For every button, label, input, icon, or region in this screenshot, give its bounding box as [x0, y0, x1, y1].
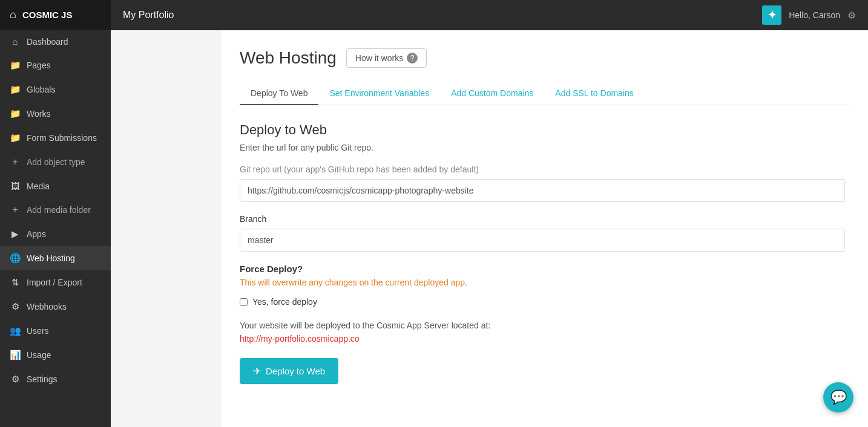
chat-icon: 💬	[830, 390, 847, 405]
deploy-icon: ✈	[253, 365, 261, 377]
webhook-icon: ⚙	[10, 301, 21, 312]
sidebar-item-globals[interactable]: 📁 Globals	[0, 77, 111, 102]
globe-icon: 🌐	[10, 253, 21, 264]
plus-icon: +	[10, 157, 21, 168]
sidebar-item-webhooks[interactable]: ⚙ Webhooks	[0, 295, 111, 319]
force-deploy-section: Force Deploy? This will overwrite any ch…	[240, 264, 850, 287]
tab-add-ssl[interactable]: Add SSL to Domains	[544, 82, 644, 105]
sidebar-header[interactable]: ⌂ COSMIC JS	[0, 0, 111, 30]
topbar-right: ✦ Hello, Carson ⚙	[762, 5, 856, 25]
question-icon: ?	[407, 53, 418, 64]
branch-input[interactable]	[240, 229, 845, 252]
sidebar-item-dashboard[interactable]: ⌂ Dashboard	[0, 30, 111, 53]
how-it-works-button[interactable]: How it works ?	[346, 48, 427, 68]
sidebar-label: Dashboard	[27, 37, 68, 47]
folder-icon: 📁	[10, 60, 21, 71]
dashboard-icon: ⌂	[10, 36, 21, 47]
force-deploy-checkbox[interactable]	[240, 298, 248, 306]
tab-deploy-to-web[interactable]: Deploy To Web	[240, 82, 318, 105]
tab-set-env-vars[interactable]: Set Environment Variables	[318, 82, 440, 105]
sidebar-label: Pages	[27, 60, 51, 70]
sidebar-item-add-object-type[interactable]: + Add object type	[0, 150, 111, 174]
sidebar-label: Works	[27, 109, 50, 119]
sidebar-item-web-hosting[interactable]: 🌐 Web Hosting	[0, 246, 111, 270]
plus-icon: +	[10, 204, 21, 215]
deploy-section: Deploy to Web Enter the url for any publ…	[240, 122, 850, 384]
branch-label: Branch	[240, 214, 850, 224]
force-deploy-checkbox-row: Yes, force deploy	[240, 297, 850, 307]
main-content: Web Hosting How it works ? Deploy To Web…	[222, 30, 868, 427]
sidebar-label: Webhooks	[27, 302, 67, 311]
tabs: Deploy To Web Set Environment Variables …	[240, 82, 850, 105]
page-title-row: Web Hosting How it works ?	[240, 48, 850, 68]
page-title: Web Hosting	[240, 48, 337, 68]
sidebar-label: Web Hosting	[27, 253, 75, 263]
settings-icon: ⚙	[10, 374, 21, 385]
sidebar-label: Add object type	[27, 157, 85, 167]
sidebar-label: Globals	[27, 85, 55, 94]
play-icon: ▶	[10, 229, 21, 240]
tab-add-custom-domains[interactable]: Add Custom Domains	[440, 82, 544, 105]
git-repo-input[interactable]	[240, 179, 845, 202]
sidebar-item-pages[interactable]: 📁 Pages	[0, 53, 111, 77]
gear-icon[interactable]: ⚙	[847, 10, 856, 21]
chart-icon: 📊	[10, 350, 21, 360]
sidebar-item-media[interactable]: 🖼 Media	[0, 174, 111, 198]
sidebar-item-apps[interactable]: ▶ Apps	[0, 222, 111, 246]
topbar-logo: ✦	[762, 5, 781, 25]
media-icon: 🖼	[10, 181, 21, 191]
sidebar-label: Add media folder	[27, 205, 91, 215]
sidebar-label: Import / Export	[27, 278, 82, 287]
deploy-info: Your website will be deployed to the Cos…	[240, 319, 850, 346]
sidebar-item-import-export[interactable]: ⇅ Import / Export	[0, 270, 111, 295]
sidebar-item-usage[interactable]: 📊 Usage	[0, 343, 111, 367]
topbar: My Portfolio ✦ Hello, Carson ⚙	[111, 0, 868, 30]
deploy-url-link[interactable]: http://my-portfolio.cosmicapp.co	[240, 334, 360, 344]
sidebar-item-form-submissions[interactable]: 📁 Form Submissions	[0, 126, 111, 150]
topbar-title: My Portfolio	[123, 10, 174, 21]
folder-icon: 📁	[10, 132, 21, 143]
sidebar-item-settings[interactable]: ⚙ Settings	[0, 367, 111, 391]
transfer-icon: ⇅	[10, 277, 21, 288]
deploy-button-label: Deploy to Web	[266, 366, 325, 376]
user-greeting: Hello, Carson	[789, 10, 840, 20]
sidebar-label: Usage	[27, 350, 51, 360]
sidebar-label: Media	[27, 181, 50, 191]
sidebar-label: Form Submissions	[27, 133, 97, 143]
force-deploy-title: Force Deploy?	[240, 264, 850, 274]
sidebar-label: Settings	[27, 374, 58, 384]
sidebar: ⌂ COSMIC JS ⌂ Dashboard 📁 Pages 📁 Global…	[0, 0, 111, 427]
force-deploy-warning: This will overwrite any changes on the c…	[240, 278, 850, 287]
sidebar-item-add-media-folder[interactable]: + Add media folder	[0, 198, 111, 222]
chat-bubble[interactable]: 💬	[823, 382, 853, 412]
sidebar-item-users[interactable]: 👥 Users	[0, 319, 111, 343]
folder-icon: 📁	[10, 84, 21, 95]
sidebar-item-works[interactable]: 📁 Works	[0, 102, 111, 126]
folder-icon: 📁	[10, 108, 21, 119]
sidebar-label: Users	[27, 326, 49, 336]
how-it-works-label: How it works	[355, 53, 403, 63]
users-icon: 👥	[10, 325, 21, 336]
sidebar-label: Apps	[27, 229, 46, 239]
deploy-section-subtitle: Enter the url for any public Git repo.	[240, 143, 850, 152]
deploy-section-title: Deploy to Web	[240, 122, 850, 138]
deploy-to-web-button[interactable]: ✈ Deploy to Web	[240, 358, 338, 384]
app-name: COSMIC JS	[22, 10, 73, 20]
git-repo-label: Git repo url (your app's GitHub repo has…	[240, 165, 850, 174]
force-deploy-checkbox-label[interactable]: Yes, force deploy	[252, 297, 317, 307]
home-icon: ⌂	[10, 8, 16, 21]
